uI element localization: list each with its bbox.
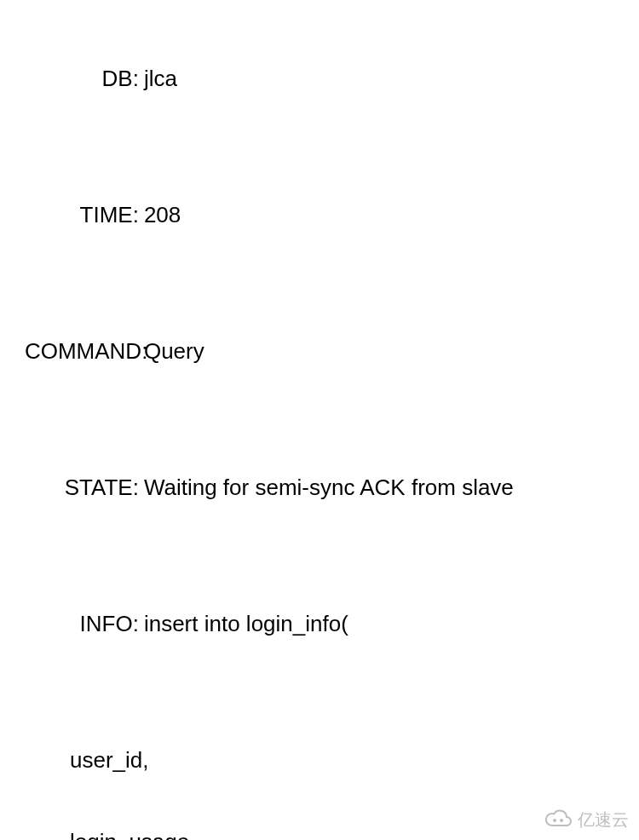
watermark-text: 亿速云 (578, 806, 629, 833)
cloud-icon (544, 809, 573, 830)
value-command: Query (144, 337, 204, 365)
info-text: login_usage, (70, 829, 195, 840)
watermark: 亿速云 (544, 806, 629, 833)
label-state: STATE: (25, 474, 139, 501)
value-state: Waiting for semi-sync ACK from slave (144, 474, 514, 501)
value-db: jlca (144, 65, 177, 92)
row-command: COMMAND:Query (0, 310, 639, 392)
label-time: TIME: (25, 201, 139, 228)
info-text: user_id, (70, 747, 149, 773)
process-list-output: DB:jlca TIME:208 COMMAND:Query STATE:Wai… (0, 0, 639, 840)
svg-point-1 (560, 819, 563, 822)
value-time: 208 (144, 201, 181, 228)
svg-point-0 (553, 819, 556, 822)
label-db: DB: (25, 65, 139, 92)
row-state: STATE:Waiting for semi-sync ACK from sla… (0, 446, 639, 528)
label-command: COMMAND: (25, 337, 139, 365)
row-info: INFO:insert into login_info( (0, 583, 639, 665)
row-db: DB:jlca (0, 37, 639, 119)
info-line: user_id, (0, 746, 639, 774)
row-time: TIME:208 (0, 174, 639, 256)
label-info: INFO: (25, 610, 139, 637)
value-info: insert into login_info( (144, 610, 348, 637)
